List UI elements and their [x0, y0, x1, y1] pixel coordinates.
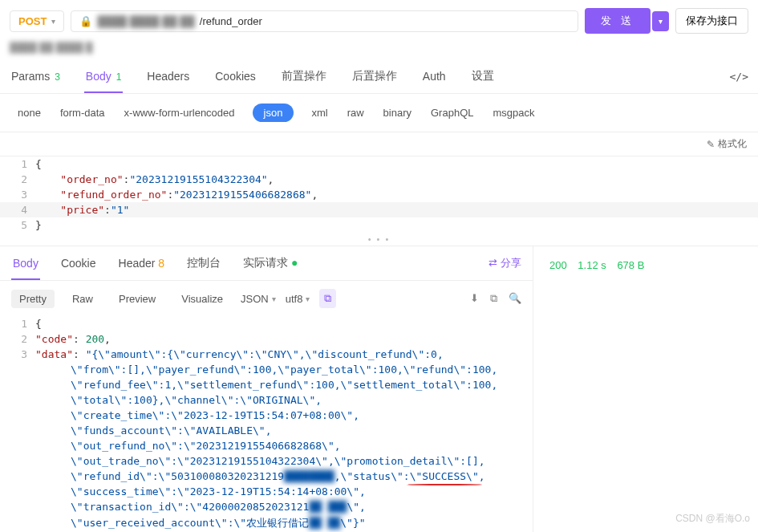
request-tabs: Params 3 Body 1 Headers Cookies 前置操作 后置操… [0, 59, 758, 94]
request-editor[interactable]: 1{ 2 "order_no":"20231219155104322304", … [0, 156, 758, 233]
encoding-select[interactable]: utf8 ▾ [286, 293, 310, 305]
code-icon[interactable]: </> [730, 71, 748, 83]
download-icon[interactable]: ⬇ [470, 292, 479, 305]
lock-icon: 🔒 [79, 15, 92, 27]
view-pretty[interactable]: Pretty [11, 290, 55, 308]
body-type-xwww[interactable]: x-www-form-urlencoded [123, 104, 237, 122]
body-type-form-data[interactable]: form-data [59, 104, 107, 122]
copy-icon[interactable]: ⧉ [490, 292, 497, 305]
send-button[interactable]: 发 送 [585, 8, 651, 34]
info-row: ████ ██ ████ █ [0, 42, 758, 59]
body-type-raw[interactable]: raw [346, 104, 366, 122]
status-code: 200 [549, 259, 567, 271]
status-size: 678 B [617, 259, 644, 271]
send-dropdown[interactable]: ▾ [652, 11, 669, 31]
url-input[interactable]: 🔒 ████ ████ ██ ██ /refund_order [71, 10, 578, 32]
tab-auth[interactable]: Auth [421, 60, 448, 92]
save-button[interactable]: 保存为接口 [675, 8, 748, 34]
resp-tab-body[interactable]: Body [11, 247, 40, 279]
body-type-graphql[interactable]: GraphQL [429, 104, 475, 122]
body-type-binary[interactable]: binary [382, 104, 413, 122]
wand-icon: ✎ [707, 139, 715, 150]
chevron-down-icon: ▾ [51, 17, 55, 26]
tab-cookies[interactable]: Cookies [213, 60, 257, 92]
view-visualize[interactable]: Visualize [173, 290, 231, 308]
body-types: none form-data x-www-form-urlencoded jso… [0, 94, 758, 132]
method-select[interactable]: POST ▾ [10, 10, 64, 32]
resp-tab-actual[interactable]: 实际请求 ● [241, 246, 299, 280]
method-label: POST [18, 15, 47, 27]
resp-tab-console[interactable]: 控制台 [185, 246, 222, 280]
url-path: /refund_order [200, 15, 262, 27]
resp-tab-header[interactable]: Header 8 [117, 247, 167, 279]
tab-headers[interactable]: Headers [145, 60, 191, 92]
search-icon[interactable]: 🔍 [509, 292, 521, 305]
watermark: CSDN @看海O.o [675, 512, 750, 526]
response-toolbar: Pretty Raw Preview Visualize JSON ▾ utf8… [0, 281, 533, 316]
response-editor[interactable]: 1{ 2 "code": 200, 3 "data": "{\"amount\"… [0, 316, 533, 532]
resize-handle[interactable]: • • • [0, 233, 758, 246]
wrap-icon[interactable]: ⧉ [319, 289, 336, 308]
share-button[interactable]: ⇄ 分享 [488, 256, 521, 270]
body-type-json[interactable]: json [253, 104, 294, 122]
body-type-msgpack[interactable]: msgpack [491, 104, 536, 122]
tab-body[interactable]: Body 1 [84, 60, 124, 92]
format-button[interactable]: ✎ 格式化 [707, 137, 747, 151]
url-hidden: ████ ████ ██ ██ [97, 15, 194, 27]
tab-pre[interactable]: 前置操作 [280, 59, 328, 93]
tab-post[interactable]: 后置操作 [351, 59, 399, 93]
view-raw[interactable]: Raw [64, 290, 101, 308]
status-panel: 200 1.12 s 678 B [533, 246, 758, 532]
status-time: 1.12 s [578, 259, 606, 271]
response-tabs: Body Cookie Header 8 控制台 实际请求 ● ⇄ 分享 [0, 246, 533, 281]
status-highlight: \"SUCCESS\" [410, 470, 479, 482]
view-preview[interactable]: Preview [111, 290, 164, 308]
body-type-xml[interactable]: xml [310, 104, 329, 122]
tab-settings[interactable]: 设置 [470, 59, 496, 93]
body-type-none[interactable]: none [16, 104, 43, 122]
tab-params[interactable]: Params 3 [10, 60, 62, 92]
format-select[interactable]: JSON ▾ [241, 293, 276, 305]
resp-tab-cookie[interactable]: Cookie [59, 247, 98, 279]
